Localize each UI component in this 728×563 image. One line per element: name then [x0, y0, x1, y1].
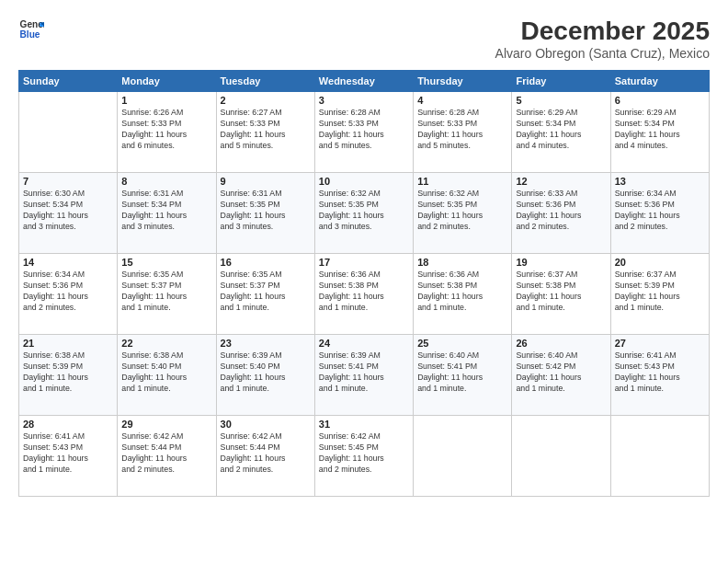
cell-info: Sunrise: 6:40 AMSunset: 5:42 PMDaylight:… [516, 350, 606, 395]
col-header-saturday: Saturday [610, 71, 709, 92]
day-number: 26 [516, 338, 606, 349]
logo-icon: General Blue [18, 17, 44, 42]
col-header-friday: Friday [512, 71, 610, 92]
cell-4-4: 24Sunrise: 6:39 AMSunset: 5:41 PMDayligh… [314, 335, 413, 416]
cell-info: Sunrise: 6:33 AMSunset: 5:36 PMDaylight:… [516, 189, 606, 233]
cell-2-2: 8Sunrise: 6:31 AMSunset: 5:34 PMDaylight… [118, 173, 216, 254]
week-row-5: 28Sunrise: 6:41 AMSunset: 5:43 PMDayligh… [19, 416, 710, 497]
day-number: 10 [319, 176, 409, 187]
day-number: 31 [319, 419, 409, 430]
cell-info: Sunrise: 6:36 AMSunset: 5:38 PMDaylight:… [319, 270, 409, 314]
week-row-1: 1Sunrise: 6:26 AMSunset: 5:33 PMDaylight… [19, 92, 710, 173]
header: General Blue December 2025 Alvaro Obrego… [18, 17, 710, 61]
day-number: 15 [121, 257, 211, 268]
cell-1-2: 1Sunrise: 6:26 AMSunset: 5:33 PMDaylight… [118, 92, 216, 173]
cell-2-7: 13Sunrise: 6:34 AMSunset: 5:36 PMDayligh… [610, 173, 709, 254]
day-number: 30 [221, 419, 311, 430]
day-number: 29 [121, 419, 211, 430]
cell-1-4: 3Sunrise: 6:28 AMSunset: 5:33 PMDaylight… [314, 92, 413, 173]
cell-info: Sunrise: 6:37 AMSunset: 5:38 PMDaylight:… [516, 270, 606, 314]
day-number: 3 [319, 95, 409, 106]
day-number: 21 [23, 338, 113, 349]
cell-5-3: 30Sunrise: 6:42 AMSunset: 5:44 PMDayligh… [216, 416, 314, 497]
page: General Blue December 2025 Alvaro Obrego… [0, 0, 728, 563]
cell-5-1: 28Sunrise: 6:41 AMSunset: 5:43 PMDayligh… [19, 416, 118, 497]
week-row-4: 21Sunrise: 6:38 AMSunset: 5:39 PMDayligh… [19, 335, 710, 416]
day-number: 2 [221, 95, 311, 106]
cell-info: Sunrise: 6:30 AMSunset: 5:34 PMDaylight:… [23, 189, 113, 233]
day-number: 9 [221, 176, 311, 187]
cell-2-5: 11Sunrise: 6:32 AMSunset: 5:35 PMDayligh… [414, 173, 512, 254]
cell-info: Sunrise: 6:42 AMSunset: 5:45 PMDaylight:… [319, 431, 409, 476]
cell-info: Sunrise: 6:42 AMSunset: 5:44 PMDaylight:… [221, 431, 311, 476]
day-number: 24 [319, 338, 409, 349]
cell-4-3: 23Sunrise: 6:39 AMSunset: 5:40 PMDayligh… [216, 335, 314, 416]
day-number: 1 [121, 95, 211, 106]
cell-info: Sunrise: 6:36 AMSunset: 5:38 PMDaylight:… [417, 270, 507, 314]
cell-info: Sunrise: 6:26 AMSunset: 5:33 PMDaylight:… [121, 108, 211, 152]
cell-5-4: 31Sunrise: 6:42 AMSunset: 5:45 PMDayligh… [314, 416, 413, 497]
day-number: 17 [319, 257, 409, 268]
cell-1-7: 6Sunrise: 6:29 AMSunset: 5:34 PMDaylight… [610, 92, 709, 173]
cell-3-2: 15Sunrise: 6:35 AMSunset: 5:37 PMDayligh… [118, 254, 216, 335]
cell-3-7: 20Sunrise: 6:37 AMSunset: 5:39 PMDayligh… [610, 254, 709, 335]
day-number: 8 [121, 176, 211, 187]
day-number: 27 [615, 338, 705, 349]
cell-info: Sunrise: 6:38 AMSunset: 5:39 PMDaylight:… [23, 350, 113, 395]
cell-info: Sunrise: 6:41 AMSunset: 5:43 PMDaylight:… [23, 431, 113, 476]
day-number: 25 [417, 338, 507, 349]
cell-info: Sunrise: 6:27 AMSunset: 5:33 PMDaylight:… [221, 108, 311, 152]
cell-3-3: 16Sunrise: 6:35 AMSunset: 5:37 PMDayligh… [216, 254, 314, 335]
cell-2-4: 10Sunrise: 6:32 AMSunset: 5:35 PMDayligh… [314, 173, 413, 254]
day-number: 23 [221, 338, 311, 349]
cell-info: Sunrise: 6:35 AMSunset: 5:37 PMDaylight:… [121, 270, 211, 314]
day-number: 20 [615, 257, 705, 268]
day-number: 5 [516, 95, 606, 106]
day-number: 14 [23, 257, 113, 268]
day-number: 11 [417, 176, 507, 187]
cell-2-6: 12Sunrise: 6:33 AMSunset: 5:36 PMDayligh… [512, 173, 610, 254]
cell-info: Sunrise: 6:38 AMSunset: 5:40 PMDaylight:… [121, 350, 211, 395]
cell-info: Sunrise: 6:32 AMSunset: 5:35 PMDaylight:… [319, 189, 409, 233]
svg-text:Blue: Blue [20, 29, 40, 40]
cell-1-3: 2Sunrise: 6:27 AMSunset: 5:33 PMDaylight… [216, 92, 314, 173]
cell-3-1: 14Sunrise: 6:34 AMSunset: 5:36 PMDayligh… [19, 254, 118, 335]
day-number: 4 [417, 95, 507, 106]
cell-3-4: 17Sunrise: 6:36 AMSunset: 5:38 PMDayligh… [314, 254, 413, 335]
cell-info: Sunrise: 6:40 AMSunset: 5:41 PMDaylight:… [417, 350, 507, 395]
header-row: SundayMondayTuesdayWednesdayThursdayFrid… [19, 71, 710, 92]
cell-info: Sunrise: 6:39 AMSunset: 5:41 PMDaylight:… [319, 350, 409, 395]
day-number: 13 [615, 176, 705, 187]
cell-2-3: 9Sunrise: 6:31 AMSunset: 5:35 PMDaylight… [216, 173, 314, 254]
cell-info: Sunrise: 6:29 AMSunset: 5:34 PMDaylight:… [516, 108, 606, 152]
day-number: 19 [516, 257, 606, 268]
week-row-2: 7Sunrise: 6:30 AMSunset: 5:34 PMDaylight… [19, 173, 710, 254]
cell-info: Sunrise: 6:29 AMSunset: 5:34 PMDaylight:… [615, 108, 705, 152]
col-header-thursday: Thursday [414, 71, 512, 92]
cell-info: Sunrise: 6:42 AMSunset: 5:44 PMDaylight:… [121, 431, 211, 476]
col-header-sunday: Sunday [19, 71, 118, 92]
cell-1-6: 5Sunrise: 6:29 AMSunset: 5:34 PMDaylight… [512, 92, 610, 173]
calendar-table: SundayMondayTuesdayWednesdayThursdayFrid… [18, 70, 710, 497]
cell-info: Sunrise: 6:28 AMSunset: 5:33 PMDaylight:… [417, 108, 507, 152]
cell-4-1: 21Sunrise: 6:38 AMSunset: 5:39 PMDayligh… [19, 335, 118, 416]
cell-info: Sunrise: 6:28 AMSunset: 5:33 PMDaylight:… [319, 108, 409, 152]
cell-info: Sunrise: 6:34 AMSunset: 5:36 PMDaylight:… [615, 189, 705, 233]
day-number: 22 [121, 338, 211, 349]
title-area: December 2025 Alvaro Obregon (Santa Cruz… [495, 17, 710, 61]
logo: General Blue [18, 17, 44, 42]
cell-4-2: 22Sunrise: 6:38 AMSunset: 5:40 PMDayligh… [118, 335, 216, 416]
cell-5-6 [512, 416, 610, 497]
cell-info: Sunrise: 6:37 AMSunset: 5:39 PMDaylight:… [615, 270, 705, 314]
cell-4-5: 25Sunrise: 6:40 AMSunset: 5:41 PMDayligh… [414, 335, 512, 416]
col-header-monday: Monday [118, 71, 216, 92]
cell-1-1 [19, 92, 118, 173]
cell-2-1: 7Sunrise: 6:30 AMSunset: 5:34 PMDaylight… [19, 173, 118, 254]
day-number: 7 [23, 176, 113, 187]
cell-4-7: 27Sunrise: 6:41 AMSunset: 5:43 PMDayligh… [610, 335, 709, 416]
cell-info: Sunrise: 6:31 AMSunset: 5:35 PMDaylight:… [221, 189, 311, 233]
day-number: 12 [516, 176, 606, 187]
day-number: 6 [615, 95, 705, 106]
week-row-3: 14Sunrise: 6:34 AMSunset: 5:36 PMDayligh… [19, 254, 710, 335]
day-number: 28 [23, 419, 113, 430]
